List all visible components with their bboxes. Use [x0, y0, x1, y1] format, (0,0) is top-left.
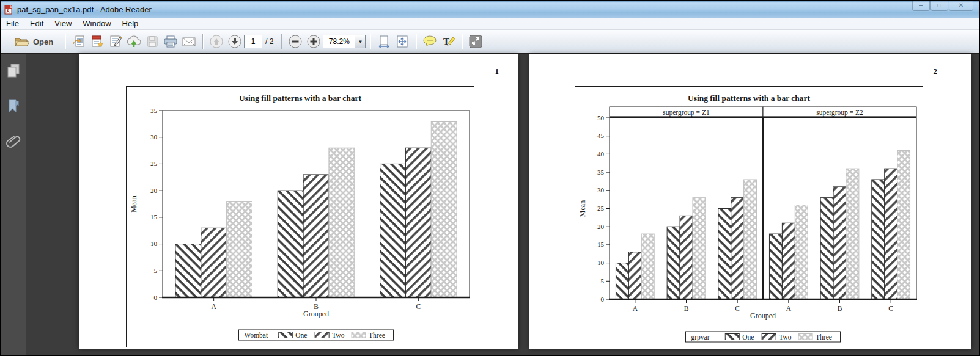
page-1-bar-chart: Using fill patterns with a bar chart0510…	[126, 86, 474, 347]
svg-text:C: C	[888, 305, 893, 312]
toolbar-separator	[416, 34, 416, 49]
toolbar-separator	[281, 34, 282, 49]
open-button[interactable]: Open	[7, 32, 60, 51]
svg-text:One: One	[742, 333, 754, 341]
page-up-icon	[209, 34, 224, 49]
document-area: 1 Using fill patterns with a bar chart05…	[27, 54, 979, 356]
menu-edit[interactable]: Edit	[24, 18, 49, 29]
svg-text:supergroup = Z2: supergroup = Z2	[816, 109, 863, 117]
svg-text:30: 30	[597, 186, 605, 194]
svg-text:B: B	[684, 305, 689, 312]
svg-text:Grouped: Grouped	[303, 310, 329, 318]
pdf-page-1[interactable]: 1 Using fill patterns with a bar chart05…	[79, 54, 518, 349]
close-button[interactable]: ✕	[949, 1, 973, 11]
zoom-level-input[interactable]	[323, 35, 355, 48]
fullscreen-button[interactable]	[467, 32, 484, 51]
send-file-button[interactable]	[70, 32, 87, 51]
zoom-out-button[interactable]	[287, 32, 304, 51]
page-number-input[interactable]	[244, 35, 262, 48]
svg-text:Using fill patterns with a bar: Using fill patterns with a bar chart	[688, 93, 811, 103]
adobe-reader-window: pat_sg_pan_ex1a.pdf - Adobe Reader – □ ✕…	[0, 0, 980, 356]
toolbar-separator	[202, 34, 203, 49]
minimize-button[interactable]: –	[912, 1, 930, 11]
print-button[interactable]	[162, 32, 179, 51]
svg-text:C: C	[735, 305, 740, 312]
content-area: 1 Using fill patterns with a bar chart05…	[1, 54, 979, 356]
title-bar: pat_sg_pan_ex1a.pdf - Adobe Reader – □ ✕	[1, 1, 979, 18]
svg-text:A: A	[633, 305, 638, 312]
attachments-icon	[6, 134, 21, 150]
toolbar-separator	[370, 34, 370, 49]
print-icon	[163, 34, 179, 49]
bookmarks-button[interactable]	[4, 97, 23, 115]
zoom-in-button[interactable]	[305, 32, 322, 51]
svg-text:5: 5	[154, 267, 158, 274]
svg-text:15: 15	[150, 213, 158, 220]
svg-text:40: 40	[597, 150, 605, 158]
page-total-label: / 2	[265, 37, 273, 46]
zoom-dropdown-button[interactable]: ▼	[355, 35, 366, 48]
page-2-bar-chart: Using fill patterns with a bar chartsupe…	[575, 86, 924, 347]
svg-text:30: 30	[150, 133, 158, 140]
svg-text:supergroup = Z1: supergroup = Z1	[663, 109, 710, 117]
comment-button[interactable]	[421, 32, 438, 51]
svg-text:0: 0	[154, 294, 158, 301]
toolbar-separator	[462, 34, 462, 49]
toolbar-separator	[65, 34, 65, 49]
svg-text:25: 25	[597, 205, 605, 212]
sign-button[interactable]	[107, 32, 124, 51]
next-page-button[interactable]	[226, 32, 243, 51]
zoom-out-icon	[288, 34, 303, 49]
sign-icon	[108, 34, 123, 49]
adobe-reader-pdf-icon	[4, 5, 13, 15]
svg-text:20: 20	[597, 223, 605, 230]
svg-text:Two: Two	[779, 333, 792, 341]
toolbar: Open	[1, 30, 979, 54]
menu-window[interactable]: Window	[77, 18, 116, 29]
svg-text:35: 35	[597, 169, 605, 176]
fullscreen-icon	[468, 34, 484, 49]
svg-text:Mean: Mean	[578, 200, 587, 217]
convert-pdf-button[interactable]	[89, 32, 106, 51]
zoom-dropdown-icon: ▼	[358, 39, 363, 45]
fit-page-button[interactable]	[394, 32, 411, 51]
cloud-upload-button[interactable]	[125, 32, 142, 51]
email-button[interactable]	[180, 32, 197, 51]
menu-help[interactable]: Help	[117, 18, 144, 29]
zoom-in-icon	[306, 34, 321, 49]
menu-bar: File Edit View Window Help	[1, 18, 979, 30]
attachments-button[interactable]	[4, 133, 23, 151]
svg-text:10: 10	[597, 259, 605, 266]
page-down-icon	[227, 34, 242, 49]
bookmarks-icon	[7, 98, 20, 114]
fit-width-button[interactable]	[375, 32, 392, 51]
highlight-text-button[interactable]: T	[440, 32, 457, 51]
svg-text:20: 20	[150, 187, 158, 194]
save-icon	[146, 35, 159, 48]
svg-text:50: 50	[597, 114, 605, 122]
page-thumbnails-icon	[6, 63, 21, 79]
svg-text:Three: Three	[369, 332, 385, 339]
pdf-page-2[interactable]: 2 Using fill patterns with a bar chartsu…	[529, 54, 971, 349]
window-title: pat_sg_pan_ex1a.pdf - Adobe Reader	[17, 5, 152, 14]
convert-pdf-icon	[90, 34, 105, 49]
maximize-button[interactable]: □	[930, 1, 948, 11]
email-icon	[181, 35, 197, 48]
svg-text:Using fill patterns with a bar: Using fill patterns with a bar chart	[239, 93, 362, 103]
svg-text:A: A	[212, 303, 217, 310]
printed-page-number: 1	[495, 67, 499, 76]
svg-text:A: A	[786, 305, 792, 312]
cloud-upload-icon	[126, 34, 142, 49]
menu-file[interactable]: File	[1, 18, 24, 29]
svg-text:Mean: Mean	[130, 195, 138, 212]
caption-buttons: – □ ✕	[912, 1, 973, 11]
fit-width-icon	[377, 34, 391, 49]
page-thumbnails-button[interactable]	[4, 62, 23, 80]
navigation-sidebar	[1, 54, 26, 356]
svg-text:25: 25	[150, 160, 158, 167]
save-button[interactable]	[144, 32, 161, 51]
menu-view[interactable]: View	[49, 18, 77, 29]
printed-page-number: 2	[934, 67, 938, 76]
previous-page-button[interactable]	[208, 32, 225, 51]
open-button-label: Open	[33, 37, 53, 46]
